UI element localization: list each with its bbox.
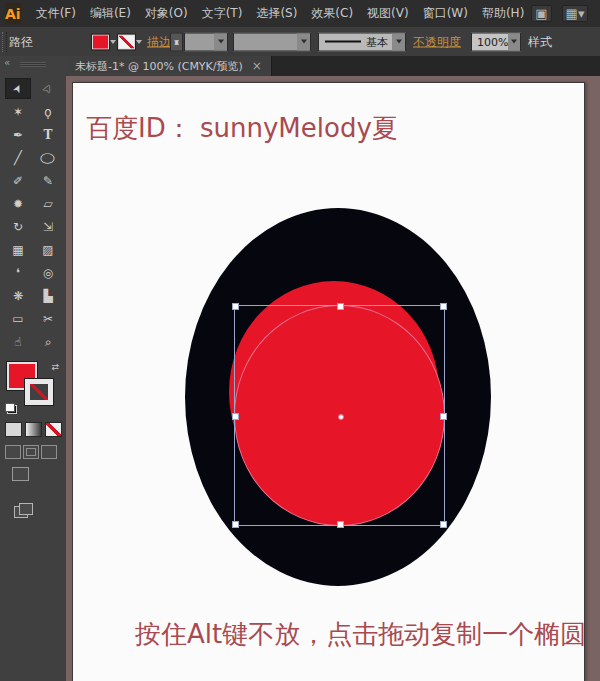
pencil-tool-icon[interactable]: ✎ bbox=[35, 170, 61, 191]
selection-tool-icon[interactable]: ➤ bbox=[5, 78, 31, 99]
brush-definition-dropdown[interactable]: 基本 bbox=[318, 32, 406, 51]
slice-tool-icon[interactable]: ✂ bbox=[35, 308, 61, 329]
scale-tool-icon[interactable]: ⇲ bbox=[35, 216, 61, 237]
line-segment-tool-icon[interactable]: ╱ bbox=[5, 147, 31, 168]
arrange-documents-icon[interactable]: ▦▾ bbox=[562, 5, 589, 22]
eyedropper-tool-glyph: ❛ bbox=[16, 266, 20, 280]
direct-selection-tool-icon[interactable]: ➤ bbox=[35, 78, 61, 99]
screen-mode-button[interactable] bbox=[12, 467, 29, 481]
draw-normal-button[interactable] bbox=[5, 445, 21, 459]
menu-item-type[interactable]: 文字(T) bbox=[195, 1, 250, 26]
hand-tool-icon[interactable]: ☝ bbox=[5, 331, 31, 352]
brush-stroke-preview bbox=[325, 41, 361, 43]
selection-handle[interactable] bbox=[337, 303, 344, 310]
stroke-dropdown-icon[interactable] bbox=[136, 40, 142, 44]
scale-tool-glyph: ⇲ bbox=[43, 220, 53, 234]
swap-fill-stroke-icon[interactable]: ⇄ bbox=[51, 362, 59, 372]
mesh-tool-icon[interactable]: ▦ bbox=[5, 239, 31, 260]
go-to-bridge-icon[interactable]: ▣ bbox=[531, 5, 551, 22]
menu-item-effect[interactable]: 效果(C) bbox=[304, 1, 360, 26]
stroke-indicator[interactable] bbox=[25, 379, 53, 405]
gradient-button[interactable] bbox=[25, 422, 42, 437]
panels-icon[interactable] bbox=[14, 503, 32, 518]
selection-center-point[interactable] bbox=[338, 414, 344, 420]
blob-brush-tool-icon[interactable]: ✹ bbox=[5, 193, 31, 214]
draw-inside-button[interactable] bbox=[41, 445, 57, 459]
symbol-sprayer-tool-glyph: ❋ bbox=[13, 289, 23, 303]
canvas-bottom-text[interactable]: 按住Alt键不放，点击拖动复制一个椭圆 bbox=[135, 617, 585, 652]
width-profile-dropdown[interactable] bbox=[233, 32, 311, 51]
tools-panel-header: « bbox=[0, 56, 66, 72]
stroke-weight-dropdown[interactable] bbox=[184, 32, 228, 51]
document-tab[interactable]: 未标题-1* @ 100% (CMYK/预览) × bbox=[66, 56, 272, 76]
lasso-tool-icon[interactable]: ϙ bbox=[35, 101, 61, 122]
selection-handle[interactable] bbox=[232, 413, 239, 420]
eraser-tool-icon[interactable]: ▱ bbox=[35, 193, 61, 214]
type-tool-glyph: T bbox=[44, 128, 53, 142]
panel-drag-grip[interactable] bbox=[20, 62, 46, 67]
stroke-color-swatch[interactable] bbox=[118, 34, 135, 49]
artboard-tool-glyph: ▭ bbox=[12, 312, 23, 326]
color-button[interactable] bbox=[5, 422, 22, 437]
eyedropper-tool-icon[interactable]: ❛ bbox=[5, 262, 31, 283]
stepper-down-icon[interactable]: ▼ bbox=[174, 39, 179, 45]
selection-handle[interactable] bbox=[232, 303, 239, 310]
magic-wand-tool-icon[interactable]: ✶ bbox=[5, 101, 31, 122]
gradient-tool-glyph: ▨ bbox=[42, 243, 53, 257]
paintbrush-tool-glyph: ✐ bbox=[13, 174, 23, 188]
tools-panel: « ➤➤✶ϙ✒T╱◯✐✎✹▱↻⇲▦▨❛◎❋▙▭✂☝⌕ ⇄ bbox=[0, 56, 67, 681]
default-fill-stroke-icon[interactable] bbox=[5, 403, 17, 414]
menu-item-object[interactable]: 对象(O) bbox=[138, 1, 195, 26]
pen-tool-icon[interactable]: ✒ bbox=[5, 124, 31, 145]
draw-behind-button[interactable] bbox=[23, 445, 39, 459]
symbol-sprayer-tool-icon[interactable]: ❋ bbox=[5, 285, 31, 306]
document-tab-bar: 未标题-1* @ 100% (CMYK/预览) × bbox=[66, 56, 600, 76]
zoom-tool-glyph: ⌕ bbox=[45, 335, 52, 349]
drawing-mode-buttons bbox=[5, 445, 66, 459]
column-graph-tool-icon[interactable]: ▙ bbox=[35, 285, 61, 306]
zoom-tool-icon[interactable]: ⌕ bbox=[35, 331, 61, 352]
selection-handle[interactable] bbox=[440, 303, 447, 310]
canvas-top-text[interactable]: 百度ID： sunnyMelody夏 bbox=[86, 111, 398, 146]
eraser-tool-glyph: ▱ bbox=[43, 197, 52, 211]
gradient-tool-icon[interactable]: ▨ bbox=[35, 239, 61, 260]
brush-definition-value: 基本 bbox=[366, 34, 388, 49]
artboard-tool-icon[interactable]: ▭ bbox=[5, 308, 31, 329]
fill-color-swatch[interactable] bbox=[92, 34, 109, 49]
selection-handle[interactable] bbox=[440, 413, 447, 420]
illustrator-window: Ai 文件(F)编辑(E)对象(O)文字(T)选择(S)效果(C)视图(V)窗口… bbox=[0, 0, 600, 681]
lasso-tool-glyph: ϙ bbox=[44, 105, 51, 119]
menu-item-select[interactable]: 选择(S) bbox=[249, 1, 304, 26]
tools-grid: ➤➤✶ϙ✒T╱◯✐✎✹▱↻⇲▦▨❛◎❋▙▭✂☝⌕ bbox=[0, 78, 66, 352]
paintbrush-tool-icon[interactable]: ✐ bbox=[5, 170, 31, 191]
selection-handle[interactable] bbox=[232, 521, 239, 528]
menu-item-view[interactable]: 视图(V) bbox=[360, 1, 416, 26]
selection-handle[interactable] bbox=[337, 521, 344, 528]
style-label[interactable]: 样式 bbox=[528, 33, 552, 50]
document-area: 未标题-1* @ 100% (CMYK/预览) × 百度ID： sunnyMel… bbox=[66, 56, 600, 681]
rotate-tool-icon[interactable]: ↻ bbox=[5, 216, 31, 237]
ellipse-tool-icon[interactable]: ◯ bbox=[35, 147, 61, 168]
line-segment-tool-glyph: ╱ bbox=[14, 150, 22, 165]
none-button[interactable] bbox=[45, 422, 62, 437]
fill-stroke-indicator: ⇄ bbox=[5, 362, 61, 414]
opacity-panel-link[interactable]: 不透明度 bbox=[413, 33, 461, 50]
fill-dropdown-icon[interactable] bbox=[110, 40, 116, 44]
menu-item-edit[interactable]: 编辑(E) bbox=[83, 1, 138, 26]
menu-item-help[interactable]: 帮助(H) bbox=[475, 1, 531, 26]
menu-item-window[interactable]: 窗口(W) bbox=[416, 1, 475, 26]
stroke-weight-stepper[interactable]: ▲ ▼ bbox=[170, 32, 183, 51]
collapse-panel-icon[interactable]: « bbox=[4, 57, 10, 68]
type-tool-icon[interactable]: T bbox=[35, 124, 61, 145]
menu-item-file[interactable]: 文件(F) bbox=[29, 1, 83, 26]
selection-handle[interactable] bbox=[440, 521, 447, 528]
column-graph-tool-glyph: ▙ bbox=[43, 289, 52, 303]
stroke-panel-link[interactable]: 描边 bbox=[147, 33, 171, 50]
close-tab-icon[interactable]: × bbox=[252, 59, 262, 73]
selection-tool-glyph: ➤ bbox=[10, 82, 26, 96]
panel-grip[interactable] bbox=[2, 32, 7, 52]
blend-tool-icon[interactable]: ◎ bbox=[35, 262, 61, 283]
artboard[interactable]: 百度ID： sunnyMelody夏 按住Alt键不放，点击拖动复制一个椭圆 bbox=[72, 82, 585, 681]
opacity-dropdown[interactable]: 100% bbox=[471, 32, 521, 51]
menu-bar: Ai 文件(F)编辑(E)对象(O)文字(T)选择(S)效果(C)视图(V)窗口… bbox=[0, 0, 600, 28]
